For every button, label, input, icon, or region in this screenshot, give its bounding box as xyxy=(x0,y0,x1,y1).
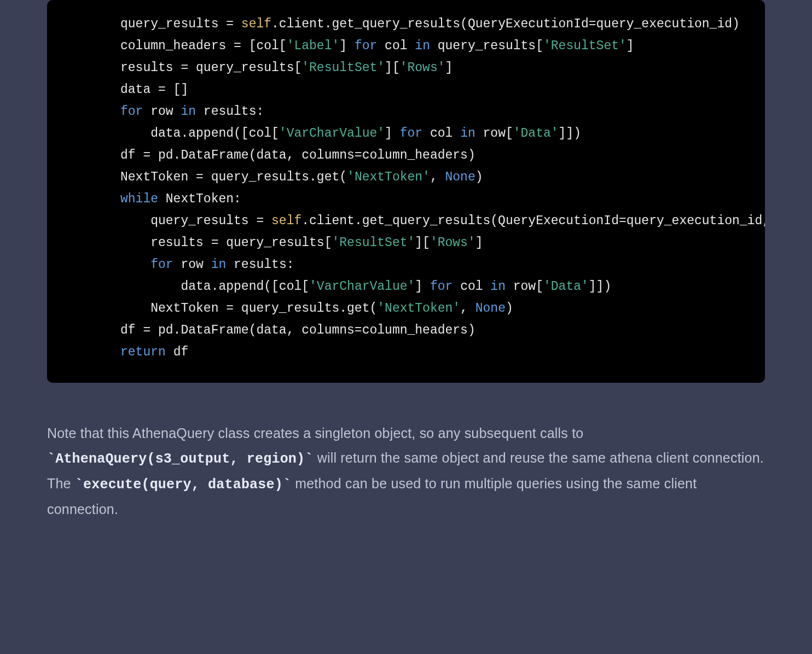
code-token: col xyxy=(377,39,415,53)
code-token: results: xyxy=(196,104,264,119)
inline-code: `AthenaQuery(s3_output, region)` xyxy=(47,451,313,467)
code-token: ] xyxy=(445,61,453,75)
code-scroll-region[interactable]: query_results = self.client.get_query_re… xyxy=(47,0,765,383)
code-token: for xyxy=(355,39,377,53)
code-content: query_results = self.client.get_query_re… xyxy=(47,13,765,374)
code-token: in xyxy=(460,126,475,141)
code-token: row xyxy=(143,104,181,119)
code-token: results = query_results[ xyxy=(120,61,301,75)
code-token: for xyxy=(430,279,453,294)
code-token: 'ResultSet' xyxy=(543,39,627,53)
code-token: 'Label' xyxy=(287,39,340,53)
code-token: ]]) xyxy=(589,279,611,294)
code-token: df xyxy=(166,345,188,359)
code-token: data.append([col[ xyxy=(120,126,279,141)
code-token: for xyxy=(400,126,422,141)
code-token: row[ xyxy=(475,126,513,141)
prose-text: Note that this AthenaQuery class creates… xyxy=(47,425,583,441)
code-token: , xyxy=(460,301,475,316)
code-token: col xyxy=(453,279,490,294)
code-token: ] xyxy=(627,39,634,53)
code-token: ] xyxy=(385,126,400,141)
code-token: .client.get_query_results(QueryExecution… xyxy=(271,17,740,31)
code-token: 'ResultSet' xyxy=(332,236,415,250)
code-token: query_results = xyxy=(120,17,241,31)
code-token: in xyxy=(181,104,196,119)
inline-code: `execute(query, database)` xyxy=(75,477,291,493)
code-token: in xyxy=(211,258,227,272)
code-token: 'Rows' xyxy=(430,236,475,250)
code-token: df = pd.DataFrame(data, columns=column_h… xyxy=(120,148,475,162)
code-token: df = pd.DataFrame(data, columns=column_h… xyxy=(120,323,475,337)
code-token: for xyxy=(150,258,173,272)
code-token: .client.get_query_results(QueryExecution… xyxy=(301,214,765,228)
code-token: ] xyxy=(475,236,483,250)
code-token: ][ xyxy=(385,61,400,75)
code-token: column_headers = [col[ xyxy=(120,39,287,53)
code-token: ]]) xyxy=(559,126,581,141)
code-token: data = [] xyxy=(120,83,188,97)
code-token: 'NextToken' xyxy=(377,301,460,316)
code-token: , xyxy=(430,170,445,184)
code-token: NextToken: xyxy=(158,192,241,206)
code-token: ] xyxy=(415,279,430,294)
code-token: 'Rows' xyxy=(400,61,445,75)
code-token: None xyxy=(475,301,506,316)
page: query_results = self.client.get_query_re… xyxy=(0,0,812,554)
code-token: col xyxy=(422,126,460,141)
code-token: query_results[ xyxy=(430,39,543,53)
code-token: NextToken = query_results.get( xyxy=(120,170,347,184)
code-token: results = query_results[ xyxy=(120,236,332,250)
code-token: ) xyxy=(506,301,513,316)
code-token: 'VarCharValue' xyxy=(309,279,415,294)
code-token: 'NextToken' xyxy=(347,170,430,184)
code-token: 'ResultSet' xyxy=(301,61,385,75)
code-token: self xyxy=(271,214,301,228)
code-token: ] xyxy=(339,39,355,53)
explanatory-paragraph: Note that this AthenaQuery class creates… xyxy=(47,421,765,522)
code-token: None xyxy=(445,170,475,184)
code-token: 'Data' xyxy=(543,279,589,294)
code-token: ][ xyxy=(415,236,430,250)
code-token: for xyxy=(120,104,143,119)
code-token: in xyxy=(415,39,430,53)
code-token: self xyxy=(241,17,271,31)
code-token: row xyxy=(173,258,211,272)
code-token: 'Data' xyxy=(513,126,559,141)
code-token: 'VarCharValue' xyxy=(279,126,385,141)
code-token: data.append([col[ xyxy=(120,279,309,294)
code-block: query_results = self.client.get_query_re… xyxy=(47,0,765,383)
code-token: results: xyxy=(226,258,294,272)
code-token: query_results = xyxy=(120,214,271,228)
code-token: return xyxy=(120,345,166,359)
code-token xyxy=(120,258,150,272)
code-token: ) xyxy=(475,170,483,184)
code-token: in xyxy=(490,279,506,294)
code-token: while xyxy=(120,192,158,206)
code-token: NextToken = query_results.get( xyxy=(120,301,377,316)
code-token: row[ xyxy=(506,279,543,294)
